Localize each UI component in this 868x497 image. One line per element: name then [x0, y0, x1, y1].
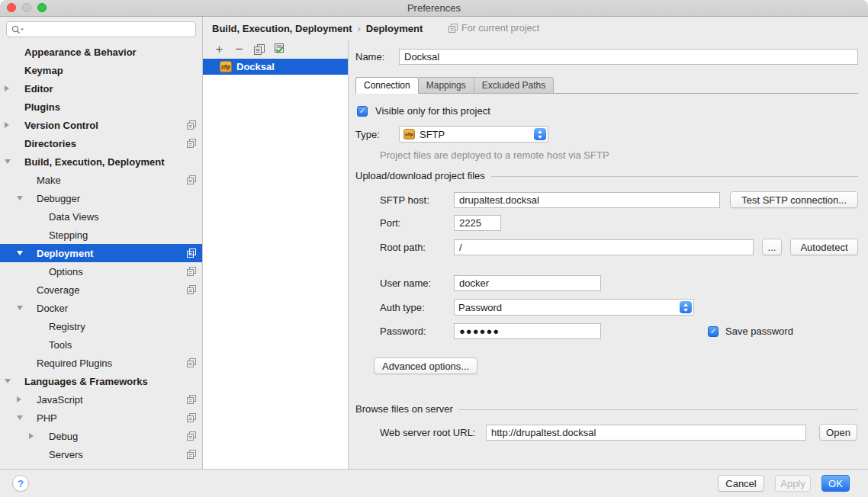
- sidebar-item-debugger[interactable]: Debugger: [0, 189, 202, 207]
- breadcrumb-category[interactable]: Build, Execution, Deployment: [212, 23, 352, 34]
- password-label: Password:: [380, 325, 454, 337]
- sidebar-item-build-execution-deployment[interactable]: Build, Execution, Deployment: [0, 152, 202, 171]
- project-scope-icon: [187, 139, 196, 148]
- sidebar-item-directories[interactable]: Directories: [0, 134, 202, 152]
- project-scope-icon: [448, 24, 458, 33]
- tree-spacer: [5, 66, 17, 74]
- chevron-down-icon[interactable]: [5, 377, 17, 385]
- password-input[interactable]: [454, 323, 601, 339]
- preferences-window: Preferences Appearance & Behavior Keymap…: [0, 0, 868, 497]
- sidebar-item-php[interactable]: PHP: [0, 409, 202, 427]
- visible-only-label: Visible only for this project: [375, 105, 490, 117]
- sidebar-item-options[interactable]: Options: [0, 262, 202, 281]
- copy-server-button[interactable]: [252, 43, 265, 56]
- chevron-down-icon[interactable]: [17, 304, 29, 312]
- browse-root-path-button[interactable]: ...: [762, 239, 782, 255]
- copy-icon: [254, 44, 265, 55]
- tree-spacer: [29, 341, 41, 348]
- search-options-caret-icon: [21, 28, 24, 30]
- sidebar-item-debug[interactable]: Debug: [0, 427, 202, 445]
- sidebar-item-stepping[interactable]: Stepping: [0, 226, 202, 244]
- dropdown-stepper-icon: [680, 301, 692, 313]
- root-path-input[interactable]: [454, 239, 754, 255]
- browse-section-title: Browse files on server: [355, 403, 453, 415]
- sidebar-item-coverage[interactable]: Coverage: [0, 281, 202, 299]
- sftp-file-icon: sftp: [220, 61, 232, 72]
- sidebar-item-make[interactable]: Make: [0, 171, 202, 189]
- breadcrumb-page: Deployment: [366, 23, 423, 34]
- dialog-footer: ? Cancel Apply OK: [0, 469, 868, 497]
- remove-server-button[interactable]: −: [233, 43, 246, 56]
- help-button[interactable]: ?: [12, 475, 29, 492]
- upload-section-title: Upload/download project files: [355, 170, 485, 181]
- sidebar-item-languages-frameworks[interactable]: Languages & Frameworks: [0, 372, 202, 390]
- project-scope-icon: [187, 285, 196, 294]
- sidebar-item-servers[interactable]: Servers: [0, 445, 202, 463]
- sidebar-item-version-control[interactable]: Version Control: [0, 116, 202, 134]
- tab-excluded-paths[interactable]: Excluded Paths: [474, 77, 554, 94]
- server-list-item-docksal[interactable]: sftp Docksal: [203, 59, 348, 75]
- chevron-down-icon[interactable]: [17, 414, 29, 422]
- use-as-default-icon: [273, 43, 285, 55]
- project-scope-icon: [187, 248, 196, 258]
- section-rule: [491, 176, 858, 177]
- sidebar-item-required-plugins[interactable]: Required Plugins: [0, 354, 202, 372]
- deployment-form: Name: Connection Mappings Excluded Paths…: [348, 40, 868, 469]
- sidebar-item-javascript[interactable]: JavaScript: [0, 390, 202, 409]
- chevron-down-icon[interactable]: [17, 249, 29, 257]
- type-select[interactable]: sftp SFTP: [399, 126, 548, 143]
- open-button[interactable]: Open: [819, 424, 857, 441]
- ok-button[interactable]: OK: [821, 475, 850, 492]
- web-root-label: Web server root URL:: [380, 427, 486, 438]
- tree-spacer: [17, 286, 29, 293]
- test-sftp-connection-button[interactable]: Test SFTP connection...: [730, 191, 858, 208]
- name-input[interactable]: [399, 49, 858, 65]
- tree-spacer: [29, 451, 41, 458]
- sftp-host-input[interactable]: [454, 192, 720, 208]
- zoom-window-button[interactable]: [37, 3, 47, 12]
- server-list-toolbar: + −: [203, 40, 348, 59]
- chevron-right-icon[interactable]: [5, 85, 17, 92]
- chevron-right-icon[interactable]: [29, 432, 41, 440]
- search-field[interactable]: [6, 21, 196, 37]
- sidebar-item-docker[interactable]: Docker: [0, 299, 202, 317]
- tree-spacer: [17, 359, 29, 367]
- web-root-input[interactable]: [486, 425, 806, 441]
- sidebar-item-keymap[interactable]: Keymap: [0, 61, 202, 79]
- sidebar-item-plugins[interactable]: Plugins: [0, 98, 202, 116]
- auth-type-select[interactable]: Password: [454, 299, 694, 316]
- apply-button[interactable]: Apply: [775, 475, 811, 492]
- use-as-default-button[interactable]: [272, 43, 285, 56]
- chevron-down-icon[interactable]: [5, 158, 17, 165]
- user-name-input[interactable]: [454, 275, 601, 291]
- sftp-file-icon: sftp: [403, 129, 415, 139]
- chevron-right-icon[interactable]: [17, 396, 29, 403]
- chevron-right-icon[interactable]: [5, 121, 17, 129]
- tab-connection[interactable]: Connection: [355, 77, 419, 94]
- server-name: Docksal: [236, 61, 275, 72]
- project-scope-icon: [187, 431, 196, 441]
- tab-mappings[interactable]: Mappings: [419, 77, 474, 94]
- type-hint: Project files are deployed to a remote h…: [380, 149, 858, 161]
- sidebar-item-registry[interactable]: Registry: [0, 317, 202, 335]
- sidebar-item-appearance-behavior[interactable]: Appearance & Behavior: [0, 43, 202, 61]
- tree-spacer: [29, 268, 41, 275]
- section-rule: [459, 409, 858, 410]
- save-password-checkbox[interactable]: [708, 326, 719, 337]
- add-server-button[interactable]: +: [213, 43, 226, 56]
- advanced-options-button[interactable]: Advanced options...: [374, 358, 477, 374]
- sidebar-item-editor[interactable]: Editor: [0, 79, 202, 98]
- port-input[interactable]: [454, 215, 501, 231]
- visible-only-checkbox[interactable]: [357, 106, 368, 117]
- project-scope-icon: [187, 395, 196, 404]
- sidebar-item-data-views[interactable]: Data Views: [0, 207, 202, 226]
- chevron-down-icon[interactable]: [17, 194, 29, 202]
- search-input[interactable]: [27, 24, 191, 36]
- autodetect-button[interactable]: Autodetect: [790, 239, 858, 255]
- close-window-button[interactable]: [7, 3, 16, 12]
- upload-section-header: Upload/download project files: [355, 170, 858, 181]
- project-scope-icon: [187, 450, 196, 459]
- sidebar-item-deployment[interactable]: Deployment: [0, 244, 202, 262]
- sidebar-item-tools[interactable]: Tools: [0, 335, 202, 354]
- cancel-button[interactable]: Cancel: [718, 475, 764, 492]
